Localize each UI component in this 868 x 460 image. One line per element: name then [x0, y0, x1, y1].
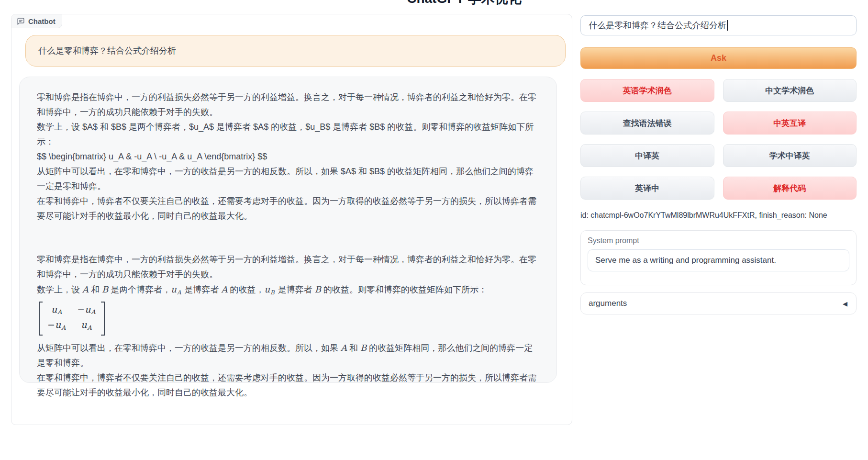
matrix-cell-r0c1: −uA	[77, 303, 96, 319]
chatbot-label-text: Chatbot	[28, 17, 56, 25]
bot-raw-p2: 数学上，设 $A$ 和 $B$ 是两个博弈者，$u_A$ 是博弈者 $A$ 的收…	[37, 120, 541, 149]
system-prompt-label: System prompt	[588, 236, 849, 245]
btn-en-academic-polish[interactable]: 英语学术润色	[580, 79, 714, 102]
response-status-text: id: chatcmpl-6wOo7KrYTwMl89lbrMWRu4UkFFX…	[580, 211, 857, 220]
bot-message: 零和博弈是指在博弈中，一方的利益损失必然等于另一方的利益增益。换言之，对于每一种…	[19, 77, 557, 383]
matrix-left-bracket	[39, 302, 43, 336]
bot-raw-p1: 零和博弈是指在博弈中，一方的利益损失必然等于另一方的利益增益。换言之，对于每一种…	[37, 90, 541, 120]
app-root: ChatGPT 学术优化 Chatbot 什么是零和博弈？结合公式介绍分析 零和…	[0, 0, 868, 460]
btn-zh-en-mutual-translate[interactable]: 中英互译	[723, 112, 857, 135]
ask-button[interactable]: Ask	[580, 47, 857, 69]
user-message: 什么是零和博弈？结合公式介绍分析	[25, 35, 566, 67]
action-button-grid: 英语学术润色 中文学术润色 查找语法错误 中英互译 中译英 学术中译英 英译中 …	[580, 79, 857, 200]
question-input-value: 什么是零和博弈？结合公式介绍分析	[589, 20, 726, 31]
page-title: ChatGPT 学术优化	[407, 0, 522, 8]
bot-rendered-p2: 数学上，设 A 和 B 是两个博弈者，uA 是博弈者 A 的收益，uB 是博弈者…	[37, 282, 541, 300]
bot-raw-p5: 在零和博弈中，博弈者不仅要关注自己的收益，还需要考虑对手的收益。因为一方取得的收…	[37, 194, 541, 224]
arguments-accordion[interactable]: arguments ◀	[580, 292, 857, 314]
system-prompt-input[interactable]	[588, 249, 849, 271]
bot-rendered-block: 零和博弈是指在博弈中，一方的利益损失必然等于另一方的利益增益。换言之，对于每一种…	[37, 252, 541, 400]
bot-rendered-p4: 在零和博弈中，博弈者不仅要关注自己的收益，还需要考虑对手的收益。因为一方取得的收…	[37, 370, 541, 400]
btn-en-to-zh[interactable]: 英译中	[580, 177, 714, 200]
user-message-text: 什么是零和博弈？结合公式介绍分析	[38, 45, 176, 56]
question-input[interactable]: 什么是零和博弈？结合公式介绍分析	[580, 15, 857, 35]
matrix-cell-r1c1: uA	[81, 318, 92, 334]
bot-rendered-p3: 从矩阵中可以看出，在零和博弈中，一方的收益是另一方的相反数。所以，如果 A 和 …	[37, 340, 541, 370]
btn-zh-to-en[interactable]: 中译英	[580, 144, 714, 167]
chatbot-label: Chatbot	[11, 14, 62, 28]
bot-raw-latex: $$ \begin{bmatrix} u_A & -u_A \ -u_A & u…	[37, 149, 541, 164]
system-prompt-block: System prompt	[580, 230, 857, 285]
matrix-right-bracket	[101, 302, 105, 336]
payoff-matrix: uA −uA −uA uA	[39, 302, 105, 336]
btn-find-grammar-errors[interactable]: 查找语法错误	[580, 112, 714, 135]
text-cursor	[727, 20, 728, 31]
arguments-accordion-label: arguments	[589, 299, 627, 308]
matrix-cell-r1c0: −uA	[47, 318, 67, 334]
btn-academic-zh-to-en[interactable]: 学术中译英	[723, 144, 857, 167]
btn-explain-code[interactable]: 解释代码	[723, 177, 857, 200]
bot-raw-block: 零和博弈是指在博弈中，一方的利益损失必然等于另一方的利益增益。换言之，对于每一种…	[37, 90, 541, 224]
matrix-cell-r0c0: uA	[51, 303, 63, 319]
bot-raw-p4: 从矩阵中可以看出，在零和博弈中，一方的收益是另一方的相反数。所以，如果 $A$ …	[37, 164, 541, 194]
bot-rendered-p1: 零和博弈是指在博弈中，一方的利益损失必然等于另一方的利益增益。换言之，对于每一种…	[37, 252, 541, 282]
chatbot-panel: Chatbot 什么是零和博弈？结合公式介绍分析 零和博弈是指在博弈中，一方的利…	[11, 14, 572, 425]
accordion-collapse-icon[interactable]: ◀	[843, 300, 847, 307]
btn-zh-academic-polish[interactable]: 中文学术润色	[723, 79, 857, 102]
chat-bubble-icon	[17, 17, 25, 25]
